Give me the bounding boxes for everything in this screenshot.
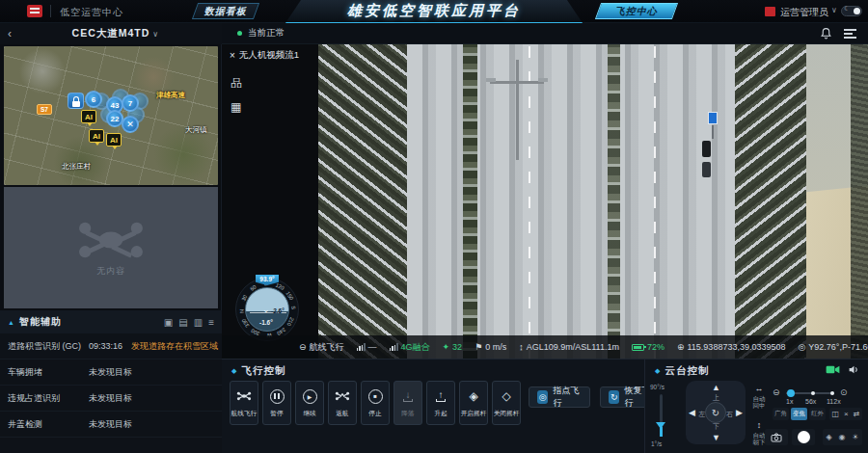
joystick-on-button[interactable]: ◈ 开启摇杆 (459, 381, 488, 425)
assist-row[interactable]: 违规占道识别 未发现目标 (0, 386, 222, 412)
zoom-slider[interactable] (786, 392, 834, 394)
link-type: 4G融合 (390, 341, 430, 354)
satellite-value: 32 (452, 342, 462, 352)
slider-thumb[interactable] (656, 422, 665, 429)
top-bar: 低空运营中心 数据看板 雄安低空智联应用平台 飞控中心 运营管理员 ∨ ☾ (0, 0, 868, 23)
tab-dashboard-label: 数据看板 (204, 5, 247, 18)
media-gallery-icon[interactable]: ▦ (231, 100, 241, 114)
pause-button[interactable]: 暂停 (262, 381, 291, 425)
split-view-icon[interactable]: ◫ (832, 410, 840, 418)
photo-button[interactable] (765, 429, 788, 445)
pause-circle-icon (270, 387, 285, 405)
assist-task-name: 车辆拥堵 (8, 366, 89, 379)
map-label-village: 北张庄村 (62, 162, 91, 172)
flight-panel-title: 飞行控制 (241, 364, 285, 378)
bell-icon[interactable] (820, 27, 832, 40)
vertical-arrows-icon: ↕ (757, 421, 762, 430)
record-button[interactable] (792, 429, 815, 445)
route-flight-button[interactable]: 航线飞行 (230, 381, 258, 425)
user-menu[interactable]: 运营管理员 (780, 6, 828, 19)
gimbal-auto-center[interactable]: ↔ 自动回中 (747, 385, 771, 410)
satellite-count: ✦ 32 (443, 342, 463, 352)
video-camera-icon[interactable] (826, 364, 840, 375)
spotlight-icon[interactable]: ☀ (852, 433, 858, 441)
speaker-icon[interactable] (848, 364, 860, 375)
zoom-thumb[interactable] (787, 389, 795, 397)
brand-label: 低空运营中心 (60, 6, 123, 19)
assist-task-name: 道路积雪识别 (GC) (8, 340, 89, 353)
close-stream-icon[interactable]: × (230, 50, 235, 61)
back-button[interactable]: ‹ (8, 27, 12, 40)
dpad-left-arrow[interactable]: ◀ (689, 408, 695, 417)
point-fly-button[interactable]: ◎ 指点飞行 (529, 386, 590, 408)
speed-value: 0 m/s (485, 342, 506, 352)
gallery-icon[interactable]: ▥ (194, 317, 203, 328)
ai-detect-icon[interactable]: ◉ (838, 433, 845, 441)
app-title: 雄安低空智联应用平台 (347, 2, 521, 20)
button-label: 指点飞行 (553, 385, 582, 410)
compass-tick: S (288, 304, 296, 311)
lens-ir-button[interactable]: 红外 (809, 408, 826, 420)
button-label: 降落 (401, 409, 414, 418)
device-caret-icon[interactable]: ∨ (152, 30, 158, 39)
collapse-chevron-icon[interactable]: ▲ (8, 319, 14, 326)
joystick-off-button[interactable]: ◇ 关闭摇杆 (492, 381, 521, 425)
extra-tools: ◈ ◉ ☀ (823, 429, 862, 445)
stream-switch-icon[interactable]: 品 (231, 75, 242, 92)
button-label: 航线飞行 (231, 409, 258, 418)
gimbal-speed-slider[interactable] (660, 394, 663, 437)
gimbal-speed-max: 90°/s (650, 384, 665, 390)
joystick-off-icon: ◇ (502, 387, 510, 405)
continue-button[interactable]: ▶ 继续 (295, 381, 324, 425)
assist-row[interactable]: 井盖检测 未发现目标 (0, 412, 222, 438)
theme-toggle[interactable]: ☾ (841, 6, 862, 16)
tab-dashboard[interactable]: 数据看板 (192, 3, 259, 19)
battery-icon (632, 344, 644, 351)
map-ai-marker[interactable]: AI (89, 129, 104, 143)
zoom-target-icon[interactable]: ⊙ (840, 387, 848, 397)
zoom-out-icon[interactable]: ⊖ (773, 387, 780, 397)
gimbal-recenter-button[interactable]: ↻ (705, 402, 726, 423)
scene-trees-left (318, 44, 407, 359)
snapshot-icon[interactable]: ▤ (178, 317, 187, 328)
scene-light-pole-arm (490, 81, 544, 84)
laser-icon[interactable]: ◈ (826, 433, 831, 441)
scene-car (702, 162, 711, 177)
dpad-right-arrow[interactable]: ▶ (736, 408, 743, 417)
map-drone-marker[interactable]: ✕ (122, 116, 139, 133)
menu-icon[interactable] (844, 29, 856, 38)
lens-wide-button[interactable]: 广角 (773, 408, 789, 420)
button-label: 继续 (303, 409, 315, 418)
swap-stream-icon[interactable]: ⇄ (854, 410, 860, 418)
arrow-up-dock-icon: ↑ (436, 387, 446, 405)
list-icon[interactable]: ≡ (208, 317, 214, 328)
map-ai-marker[interactable]: AI (81, 110, 96, 123)
assist-row[interactable]: 道路积雪识别 (GC) 09:33:16 发现道路存在积雪区域 (0, 333, 222, 360)
map-lock-marker[interactable] (68, 93, 84, 109)
scene-median-hedge (463, 44, 477, 359)
dpad-left-label: 左 (698, 410, 705, 419)
ascend-button[interactable]: ↑ 升起 (426, 381, 455, 425)
annotate-icon[interactable]: × (844, 410, 849, 418)
map-cluster-marker[interactable]: 6 (85, 91, 102, 108)
lens-zoom-button[interactable]: 变焦 (791, 408, 807, 420)
map-ai-marker[interactable]: AI (106, 133, 122, 147)
moon-icon: ☾ (844, 5, 850, 13)
button-label: 返航 (336, 409, 348, 418)
tab-flight-center[interactable]: 飞控中心 (595, 3, 678, 19)
button-label: 暂停 (270, 409, 283, 418)
map-cluster-marker[interactable]: 7 (122, 94, 139, 112)
zoom-min-label: 1x (786, 398, 793, 405)
attitude-horizon: ⌄ -2.6° -1.6° (245, 287, 289, 332)
device-title: CEC大道M4TD (0, 27, 222, 40)
dpad-down-arrow[interactable]: ▼ (712, 433, 720, 442)
video-header-bar: 当前正常 (222, 23, 868, 44)
dpad-up-arrow[interactable]: ▲ (712, 383, 720, 392)
assist-result: 发现道路存在积雪区域 (131, 340, 218, 353)
assist-row[interactable]: 车辆拥堵 未发现目标 (0, 360, 222, 386)
mini-map[interactable]: 6 43 7 22 ✕ AI AI AI S7 津雄高速 大河镇 北张庄村 (4, 46, 218, 185)
return-home-button[interactable]: 返航 (328, 381, 357, 425)
popup-icon[interactable]: ▣ (164, 317, 173, 328)
stop-button[interactable]: ■ 停止 (361, 381, 390, 425)
horizontal-arrows-icon: ↔ (755, 385, 764, 393)
